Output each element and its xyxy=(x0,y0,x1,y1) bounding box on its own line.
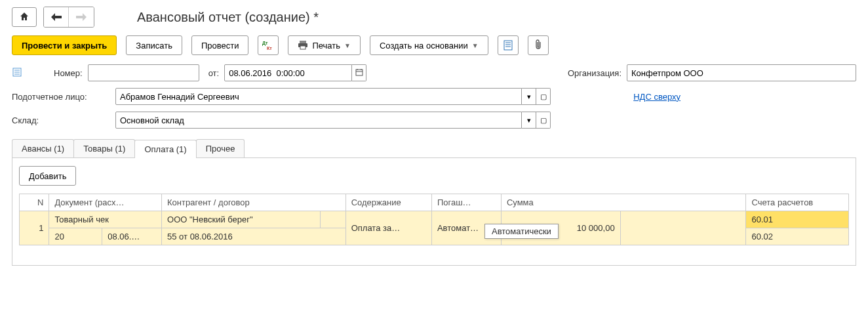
open-icon: ▢ xyxy=(540,93,547,101)
warehouse-open-button[interactable]: ▢ xyxy=(536,112,551,129)
post-and-close-button[interactable]: Провести и закрыть xyxy=(12,35,117,55)
chevron-down-icon: ▾ xyxy=(527,93,531,101)
back-button[interactable] xyxy=(44,7,69,27)
svg-rect-2 xyxy=(300,41,306,43)
vat-link[interactable]: НДС сверху xyxy=(633,92,681,102)
print-label: Печать xyxy=(312,41,340,51)
arrow-right-icon xyxy=(76,12,87,23)
cell-doc-type[interactable]: Товарный чек xyxy=(49,211,162,228)
svg-rect-4 xyxy=(300,46,306,49)
tab-advances[interactable]: Авансы (1) xyxy=(12,139,74,157)
table-row[interactable]: 1 Товарный чек ООО "Невский берег" Оплат… xyxy=(20,211,849,228)
tab-goods[interactable]: Товары (1) xyxy=(73,139,135,157)
col-sum[interactable]: Сумма xyxy=(501,194,746,211)
payment-table: N Документ (расх… Контрагент / договор С… xyxy=(19,194,849,245)
number-label: Номер: xyxy=(54,68,83,78)
person-label: Подотчетное лицо: xyxy=(12,92,110,102)
history-nav xyxy=(43,7,94,28)
paperclip-icon xyxy=(534,39,542,52)
open-icon: ▢ xyxy=(540,116,547,125)
post-button[interactable]: Провести xyxy=(191,35,249,55)
create-based-label: Создать на основании xyxy=(380,41,468,51)
number-input[interactable] xyxy=(88,64,199,81)
chevron-down-icon: ▾ xyxy=(527,116,531,125)
cell-acc2[interactable]: 60.02 xyxy=(746,228,849,245)
cell-counterparty-btn[interactable] xyxy=(321,211,345,228)
report-button[interactable] xyxy=(498,35,519,55)
save-button[interactable]: Записать xyxy=(126,35,182,55)
svg-text:Дт: Дт xyxy=(262,41,268,46)
person-dropdown-button[interactable]: ▾ xyxy=(522,88,536,105)
tab-payment[interactable]: Оплата (1) xyxy=(134,140,196,158)
tooltip: Автоматически xyxy=(484,224,559,239)
document-icon xyxy=(503,40,513,51)
warehouse-dropdown-button[interactable]: ▾ xyxy=(522,112,536,129)
org-input[interactable] xyxy=(627,64,856,81)
home-icon xyxy=(19,11,30,24)
cell-doc-date[interactable]: 08.06.… xyxy=(102,228,162,245)
cell-content[interactable]: Оплата за… xyxy=(345,211,431,245)
col-accounts[interactable]: Счета расчетов xyxy=(746,194,849,211)
svg-text:Кт: Кт xyxy=(267,46,272,51)
date-picker-button[interactable] xyxy=(352,64,366,81)
col-counterparty[interactable]: Контрагент / договор xyxy=(162,194,346,211)
cell-sum-extra[interactable] xyxy=(620,211,746,245)
dt-kt-button[interactable]: Дт Кт xyxy=(258,35,279,55)
date-label: от: xyxy=(208,68,220,78)
svg-rect-5 xyxy=(504,41,512,50)
org-label: Организация: xyxy=(568,68,621,78)
add-row-button[interactable]: Добавить xyxy=(19,166,76,186)
cell-n[interactable]: 1 xyxy=(20,211,49,245)
tab-other[interactable]: Прочее xyxy=(196,139,245,157)
warehouse-input[interactable] xyxy=(115,112,522,129)
col-doc[interactable]: Документ (расх… xyxy=(49,194,162,211)
person-open-button[interactable]: ▢ xyxy=(536,88,551,105)
col-content[interactable]: Содержание xyxy=(345,194,431,211)
arrow-left-icon xyxy=(51,12,62,23)
warehouse-label: Склад: xyxy=(12,115,110,125)
calendar-icon xyxy=(355,68,363,77)
cell-acc1[interactable]: 60.01 xyxy=(746,211,849,228)
print-button[interactable]: Печать ▼ xyxy=(288,35,361,55)
attach-button[interactable] xyxy=(528,35,549,55)
table-header-row: N Документ (расх… Контрагент / договор С… xyxy=(20,194,849,211)
forward-button[interactable] xyxy=(69,7,94,27)
printer-icon xyxy=(298,41,308,50)
cell-counterparty[interactable]: ООО "Невский берег" xyxy=(162,211,321,228)
col-n[interactable]: N xyxy=(20,194,49,211)
dt-kt-icon: Дт Кт xyxy=(262,40,274,51)
cell-contract[interactable]: 55 от 08.06.2016 xyxy=(162,228,346,245)
tab-content: Добавить N Документ (расх… Контрагент / … xyxy=(12,158,856,266)
svg-rect-13 xyxy=(356,70,363,75)
date-input[interactable] xyxy=(224,64,352,81)
tabs-bar: Авансы (1) Товары (1) Оплата (1) Прочее xyxy=(12,139,856,158)
col-repay[interactable]: Погаш… xyxy=(431,194,501,211)
document-status-icon xyxy=(12,67,22,79)
page-title: Авансовый отчет (создание) * xyxy=(137,10,319,25)
chevron-down-icon: ▼ xyxy=(344,42,351,49)
cell-doc-num[interactable]: 20 xyxy=(49,228,102,245)
person-input[interactable] xyxy=(115,88,522,105)
create-based-on-button[interactable]: Создать на основании ▼ xyxy=(370,35,488,55)
home-button[interactable] xyxy=(12,7,37,27)
chevron-down-icon: ▼ xyxy=(472,42,479,49)
